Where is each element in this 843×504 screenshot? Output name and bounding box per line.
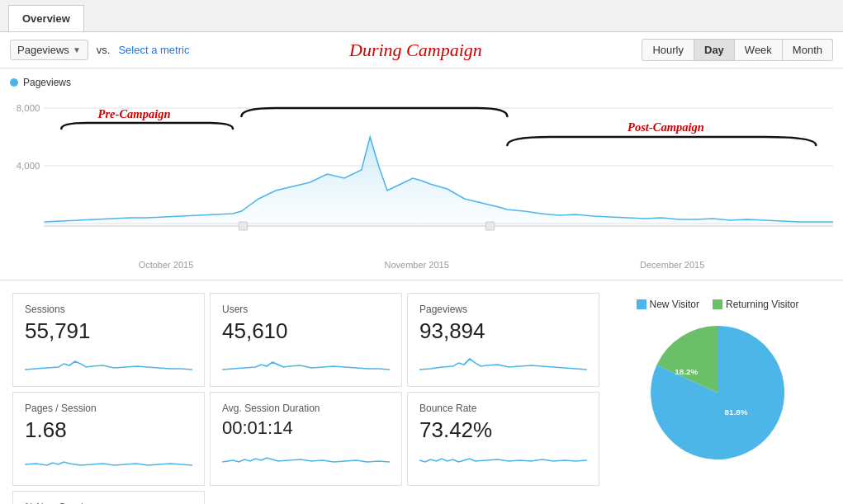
- x-labels: October 2015 November 2015 December 2015: [10, 257, 833, 273]
- svg-text:8,000: 8,000: [17, 103, 40, 113]
- tab-bar: Overview: [0, 0, 843, 32]
- time-btn-day[interactable]: Day: [694, 39, 735, 61]
- stat-value-bounce-rate: 73.42%: [419, 417, 587, 443]
- stat-label-avg-duration: Avg. Session Duration: [222, 403, 390, 414]
- time-buttons: Hourly Day Week Month: [642, 39, 833, 61]
- metric-dropdown[interactable]: Pageviews ▼: [10, 40, 88, 60]
- sparkline-pageviews: [419, 349, 587, 374]
- stat-card-users: Users 45,610: [210, 293, 402, 387]
- stat-label-bounce-rate: Bounce Rate: [419, 403, 587, 414]
- stat-value-pages-session: 1.68: [25, 417, 192, 443]
- stats-section: Sessions 55,791 Users 45,610 Pageviews 9…: [0, 280, 843, 504]
- x-label-dec: December 2015: [640, 260, 704, 270]
- pie-label-returning: 18.2%: [675, 367, 698, 376]
- x-label-nov: November 2015: [385, 260, 449, 270]
- chart-area: Pageviews 8,000 4,000: [0, 68, 843, 280]
- stat-value-sessions: 55,791: [25, 318, 192, 344]
- stat-card-avg-duration: Avg. Session Duration 00:01:14: [210, 392, 402, 486]
- metric-select: Pageviews ▼ vs. Select a metric: [10, 40, 189, 60]
- time-btn-week[interactable]: Week: [735, 39, 783, 61]
- pie-legend-new-visitor-label: New Visitor: [650, 299, 699, 310]
- pie-legend-new-visitor-box: [637, 299, 646, 309]
- svg-rect-9: [485, 222, 494, 230]
- stat-card-bounce-rate: Bounce Rate 73.42%: [407, 392, 599, 486]
- stat-value-pageviews: 93,894: [419, 318, 587, 344]
- sparkline-avg-duration: [222, 444, 390, 469]
- stats-grid: Sessions 55,791 Users 45,610 Pageviews 9…: [10, 290, 602, 504]
- sparkline-sessions: [25, 349, 192, 374]
- pie-legend-returning-visitor-label: Returning Visitor: [726, 299, 799, 310]
- pie-legend-returning-visitor-box: [713, 299, 722, 309]
- metric-label: Pageviews: [17, 44, 69, 56]
- stat-value-avg-duration: 00:01:14: [222, 417, 390, 439]
- sparkline-bounce-rate: [419, 448, 587, 473]
- legend-dot-icon: [10, 78, 18, 87]
- chart-container: 8,000 4,000 Pre-Campaign Post-Campaign: [10, 92, 833, 257]
- stat-label-users: Users: [222, 304, 390, 315]
- pie-legend-new-visitor: New Visitor: [637, 299, 699, 310]
- time-btn-hourly[interactable]: Hourly: [642, 39, 694, 61]
- toolbar: Pageviews ▼ vs. Select a metric During C…: [0, 32, 843, 68]
- stat-label-pages-session: Pages / Session: [25, 403, 192, 414]
- stat-card-pageviews: Pageviews 93,894: [407, 293, 599, 387]
- stat-card-new-sessions: % New Sessions 81.70%: [12, 491, 205, 504]
- svg-text:Pre-Campaign: Pre-Campaign: [98, 107, 171, 120]
- vs-text: vs.: [97, 44, 111, 56]
- stat-card-sessions: Sessions 55,791: [12, 293, 205, 387]
- pie-section: New Visitor Returning Visitor: [602, 290, 833, 504]
- stat-card-pages-session: Pages / Session 1.68: [12, 392, 205, 486]
- time-btn-month[interactable]: Month: [783, 39, 833, 61]
- pie-legend: New Visitor Returning Visitor: [637, 299, 799, 310]
- pie-chart: 81.8% 18.2%: [643, 318, 792, 467]
- x-label-oct: October 2015: [139, 260, 194, 270]
- sparkline-users: [222, 349, 390, 374]
- svg-text:4,000: 4,000: [17, 161, 40, 171]
- sparkline-pages-session: [25, 448, 192, 473]
- chart-svg: 8,000 4,000 Pre-Campaign Post-Campaign: [10, 92, 833, 257]
- pie-legend-returning-visitor: Returning Visitor: [713, 299, 799, 310]
- chart-legend: Pageviews: [10, 77, 833, 88]
- chart-legend-label: Pageviews: [23, 77, 71, 88]
- tab-overview[interactable]: Overview: [8, 5, 84, 31]
- dropdown-arrow-icon: ▼: [73, 45, 81, 54]
- svg-rect-8: [239, 222, 247, 230]
- pie-chart-svg: 81.8% 18.2%: [643, 318, 792, 467]
- select-metric-link[interactable]: Select a metric: [118, 44, 189, 56]
- pie-label-new: 81.8%: [724, 407, 747, 417]
- campaign-title: During Campaign: [189, 40, 642, 61]
- stat-label-sessions: Sessions: [25, 304, 192, 315]
- stat-value-users: 45,610: [222, 318, 390, 344]
- stat-label-pageviews: Pageviews: [419, 304, 587, 315]
- svg-text:Post-Campaign: Post-Campaign: [628, 120, 704, 134]
